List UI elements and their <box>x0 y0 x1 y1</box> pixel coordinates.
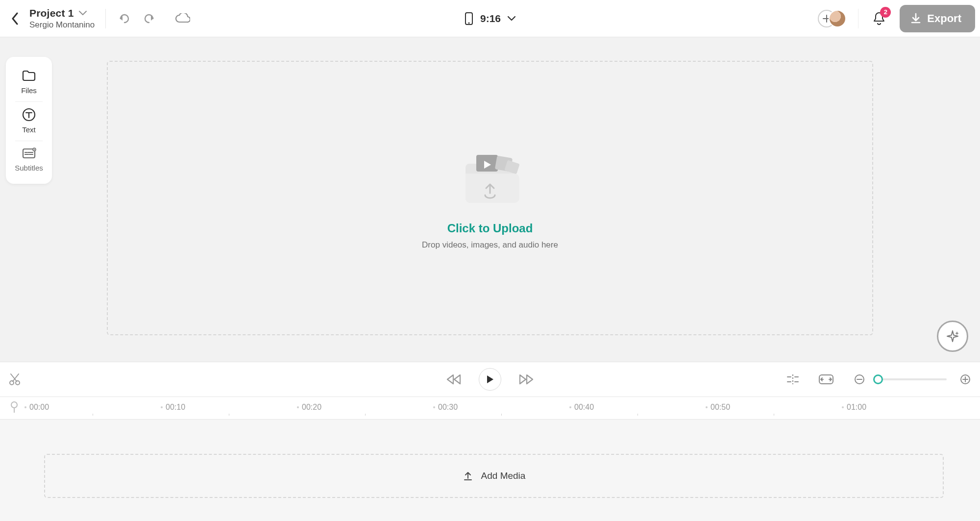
rewind-icon <box>445 373 462 385</box>
fast-forward-button[interactable] <box>518 373 535 385</box>
collaborators[interactable] <box>818 9 847 28</box>
chevron-down-icon <box>508 16 515 21</box>
add-media-label: Add Media <box>481 471 526 481</box>
timeline-area: Add Media <box>0 420 980 521</box>
rail-label: Subtitles <box>15 164 43 172</box>
ai-magic-button[interactable] <box>937 321 968 352</box>
scissors-icon <box>9 373 21 386</box>
export-button[interactable]: Export <box>900 5 975 32</box>
notifications-button[interactable]: 2 <box>869 9 889 28</box>
play-button[interactable] <box>479 368 501 391</box>
project-block: Project 1 Sergio Montanino <box>29 7 95 30</box>
rail-label: Text <box>22 125 36 134</box>
svg-point-13 <box>11 402 17 408</box>
ruler-tick: 00:20 <box>297 403 321 412</box>
redo-button[interactable] <box>139 9 159 28</box>
ruler-tick: 00:10 <box>161 403 185 412</box>
rail-item-text[interactable]: Text <box>6 102 52 141</box>
split-button[interactable] <box>783 370 803 389</box>
add-media-button[interactable]: Add Media <box>44 454 944 498</box>
timeline-ruler[interactable]: 00:0000:1000:2000:3000:4000:5001:00 <box>0 397 980 420</box>
aspect-ratio-selector[interactable]: 9:16 <box>465 12 515 25</box>
ruler-tick: 00:30 <box>433 403 458 412</box>
ruler-tick: 01:00 <box>842 403 866 412</box>
zoom-slider[interactable] <box>878 378 947 380</box>
fit-icon <box>818 374 834 385</box>
playhead-pin-icon[interactable] <box>7 400 22 415</box>
upload-dropzone[interactable]: Click to Upload Drop videos, images, and… <box>107 61 873 335</box>
cloud-sync-button[interactable] <box>172 9 192 28</box>
ruler-tick: 00:50 <box>706 403 730 412</box>
phone-icon <box>465 12 473 25</box>
export-label: Export <box>927 12 961 25</box>
folder-icon <box>22 70 36 82</box>
app-header: Project 1 Sergio Montanino 9:16 <box>0 0 980 37</box>
back-button[interactable] <box>3 6 27 31</box>
minus-circle-icon <box>854 374 865 385</box>
aspect-ratio-label: 9:16 <box>480 13 501 25</box>
fast-forward-icon <box>518 373 535 385</box>
header-right-group: 2 Export <box>818 5 975 32</box>
rail-label: Files <box>21 86 37 95</box>
avatar[interactable] <box>829 10 846 27</box>
upload-icon <box>463 471 473 481</box>
ruler-tick: 00:00 <box>24 403 49 412</box>
upload-title: Click to Upload <box>447 222 533 235</box>
download-icon <box>910 13 921 25</box>
rail-item-subtitles[interactable]: Subtitles <box>6 141 52 179</box>
fit-button[interactable] <box>816 370 836 389</box>
zoom-out-button[interactable] <box>850 370 869 389</box>
app-body: Files Text Subtitles <box>0 37 980 521</box>
cut-button[interactable] <box>5 370 24 389</box>
subtitles-icon <box>22 147 36 160</box>
split-icon <box>786 373 800 386</box>
upload-illustration <box>451 146 529 210</box>
divider <box>858 9 858 28</box>
project-owner: Sergio Montanino <box>29 20 95 30</box>
upload-subtitle: Drop videos, images, and audio here <box>422 240 558 250</box>
sparkle-icon <box>946 329 959 343</box>
notifications-badge: 2 <box>880 7 891 18</box>
upload-inner: Click to Upload Drop videos, images, and… <box>422 146 558 250</box>
rewind-button[interactable] <box>445 373 462 385</box>
text-icon <box>22 108 36 122</box>
chevron-down-icon[interactable] <box>79 11 87 16</box>
project-name[interactable]: Project 1 <box>29 7 74 19</box>
divider <box>105 9 106 28</box>
rail-item-files[interactable]: Files <box>6 64 52 101</box>
player-bar <box>0 362 980 397</box>
svg-rect-1 <box>468 23 470 24</box>
plus-circle-icon <box>960 374 971 385</box>
left-toolbar: Files Text Subtitles <box>6 57 52 184</box>
play-icon <box>486 374 494 384</box>
zoom-slider-knob[interactable] <box>873 374 883 384</box>
ruler-tick: 00:40 <box>569 403 594 412</box>
undo-button[interactable] <box>115 9 134 28</box>
zoom-in-button[interactable] <box>956 370 975 389</box>
